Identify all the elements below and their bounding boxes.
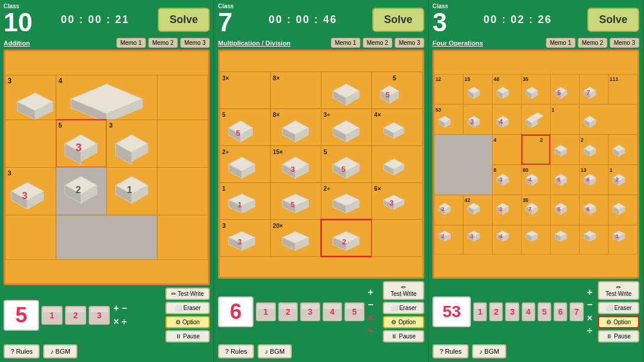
class-label-2: Class 7 — [218, 4, 234, 35]
num-block-2-2[interactable]: 2 — [278, 302, 298, 321]
header-3: Class 3 00 : 02 : 26 Solve — [432, 4, 639, 35]
panel-3: Class 3 00 : 02 : 26 Solve Four Operatio… — [429, 0, 644, 362]
svg-text:3: 3 — [222, 222, 226, 229]
solve-button-2[interactable]: Solve — [372, 8, 424, 32]
num-block-3-1[interactable]: 1 — [473, 302, 487, 321]
num-block-3-2[interactable]: 2 — [489, 302, 503, 321]
big-number-1: 5 — [4, 300, 39, 331]
bottom-btns-3: ? Rules ♪ BGM — [432, 344, 639, 358]
bgm-btn-2[interactable]: ♪ BGM — [258, 344, 292, 358]
num-block-3-4[interactable]: 4 — [522, 302, 535, 321]
svg-text:15: 15 — [464, 76, 470, 82]
svg-text:80: 80 — [522, 167, 528, 173]
svg-rect-43 — [5, 215, 56, 260]
board-svg-3: 12 15 48 35 5 — [434, 51, 638, 277]
svg-text:5: 5 — [324, 148, 327, 155]
board-svg-2: 3× 8× 5 5 5 5 8× — [220, 51, 422, 277]
board-svg-1: 3 4 5 3 3 — [5, 51, 208, 283]
memo-btn-2-3[interactable]: Memo 3 — [395, 38, 424, 48]
svg-text:6: 6 — [587, 206, 590, 212]
game-board-3[interactable]: 12 15 48 35 5 — [432, 50, 639, 279]
svg-rect-23 — [157, 120, 208, 168]
svg-text:5: 5 — [341, 165, 346, 174]
svg-text:5: 5 — [393, 74, 396, 81]
num-block-3-5[interactable]: 5 — [538, 302, 551, 321]
svg-text:7: 7 — [587, 89, 590, 96]
eraser-btn-2[interactable]: ⬜ Eraser — [383, 302, 424, 314]
num-block-2-4[interactable]: 4 — [323, 302, 343, 321]
memo-btn-1-1[interactable]: Memo 1 — [116, 38, 146, 48]
pause-btn-3[interactable]: ⏸ Pause — [598, 330, 639, 343]
svg-text:8×: 8× — [273, 75, 280, 81]
num-block-3-7[interactable]: 7 — [570, 302, 583, 321]
rules-btn-3[interactable]: ? Rules — [432, 344, 469, 358]
option-btn-1[interactable]: ⚙ Option — [165, 316, 210, 328]
side-buttons-3: ✏ Test·Write ⬜ Eraser ⚙ Option ⏸ Pause — [598, 281, 639, 343]
class-label-1: Class 10 — [4, 4, 32, 35]
svg-text:4: 4 — [493, 137, 496, 143]
svg-text:53: 53 — [435, 107, 441, 113]
controls-row-1: 5 1 2 3 + − × ÷ ✏ Test·Write ⬜ Eraser ⚙ … — [4, 288, 210, 343]
svg-text:5: 5 — [236, 129, 240, 138]
solve-button-3[interactable]: Solve — [587, 8, 639, 32]
rules-btn-2[interactable]: ? Rules — [218, 344, 254, 358]
memo-btn-3-3[interactable]: Memo 3 — [610, 38, 639, 48]
controls-2: 6 1 2 3 4 5 + − × ÷ ✏ Test·Write ⬜ Erase… — [218, 281, 424, 358]
memo-btn-3-2[interactable]: Memo 2 — [578, 38, 607, 48]
controls-3: 53 1 2 3 4 5 6 7 + − × ÷ ✏ Test·Write ⬜ … — [432, 281, 639, 358]
svg-text:12: 12 — [435, 76, 441, 82]
svg-text:2÷: 2÷ — [222, 149, 229, 155]
memo-btn-2-2[interactable]: Memo 2 — [363, 38, 392, 48]
svg-text:5: 5 — [385, 90, 389, 99]
num-block-2-3[interactable]: 3 — [300, 302, 320, 321]
operation-label-2: Multiplication / Division — [218, 40, 291, 47]
num-block-1-1[interactable]: 1 — [41, 306, 63, 325]
num-block-2-1[interactable]: 1 — [256, 302, 276, 321]
svg-text:1: 1 — [222, 185, 226, 192]
num-block-2-5[interactable]: 5 — [344, 302, 365, 321]
num-block-1-2[interactable]: 2 — [65, 306, 86, 325]
svg-text:1: 1 — [616, 233, 619, 239]
memo-btn-3-1[interactable]: Memo 1 — [546, 38, 575, 48]
pause-btn-1[interactable]: ⏸ Pause — [165, 330, 210, 343]
svg-text:5: 5 — [557, 176, 561, 182]
test-write-btn-2[interactable]: ✏ Test·Write — [383, 281, 424, 300]
game-board-2[interactable]: 3× 8× 5 5 5 5 8× — [218, 50, 424, 279]
pause-btn-2[interactable]: ⏸ Pause — [383, 330, 424, 343]
svg-text:4: 4 — [499, 233, 503, 239]
bgm-btn-1[interactable]: ♪ BGM — [43, 344, 77, 358]
num-block-3-6[interactable]: 6 — [554, 302, 567, 321]
svg-text:2: 2 — [441, 233, 445, 239]
svg-text:2: 2 — [581, 137, 584, 143]
class-number-3: 3 — [432, 9, 447, 35]
svg-text:4: 4 — [499, 118, 503, 125]
svg-text:5: 5 — [557, 206, 561, 212]
svg-text:2: 2 — [540, 137, 543, 143]
eraser-btn-3[interactable]: ⬜ Eraser — [598, 302, 639, 314]
memo-row-1: Memo 1 Memo 2 Memo 3 — [116, 38, 210, 48]
num-block-1-3[interactable]: 3 — [89, 306, 110, 325]
test-write-btn-3[interactable]: ✏ Test·Write — [598, 281, 639, 300]
option-btn-2[interactable]: ⚙ Option — [383, 316, 424, 328]
rules-btn-1[interactable]: ? Rules — [4, 344, 40, 358]
option-btn-3[interactable]: ⚙ Option — [598, 316, 639, 328]
svg-text:3: 3 — [291, 165, 295, 174]
svg-text:4: 4 — [58, 77, 63, 85]
test-write-btn-1[interactable]: ✏ Test·Write — [165, 288, 210, 300]
svg-rect-303 — [580, 225, 609, 254]
panel-2: Class 7 00 : 00 : 46 Solve Multiplicatio… — [214, 0, 429, 362]
game-board-1[interactable]: 3 4 5 3 3 — [4, 50, 210, 285]
memo-btn-1-3[interactable]: Memo 3 — [180, 38, 210, 48]
eraser-btn-1[interactable]: ⬜ Eraser — [165, 302, 210, 314]
header-2: Class 7 00 : 00 : 46 Solve — [218, 4, 424, 35]
svg-text:3×: 3× — [222, 75, 229, 81]
num-block-3-3[interactable]: 3 — [505, 302, 519, 321]
memo-btn-1-2[interactable]: Memo 2 — [148, 38, 178, 48]
ops-plus-minus-1: + − — [113, 302, 127, 315]
svg-rect-24 — [5, 120, 56, 168]
solve-button-1[interactable]: Solve — [158, 8, 210, 32]
svg-text:13: 13 — [581, 167, 587, 173]
memo-btn-2-1[interactable]: Memo 1 — [331, 38, 360, 48]
svg-text:3: 3 — [470, 233, 474, 239]
bgm-btn-3[interactable]: ♪ BGM — [472, 344, 506, 358]
